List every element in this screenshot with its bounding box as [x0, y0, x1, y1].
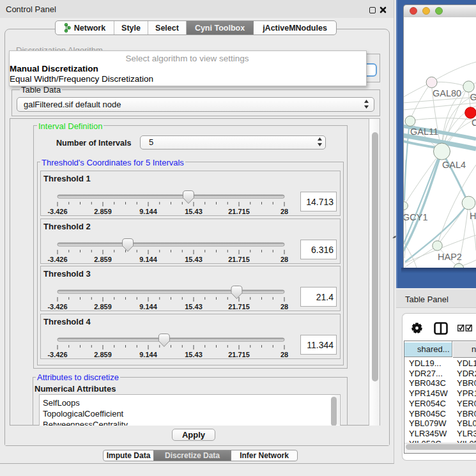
svg-text:2.859: 2.859	[94, 256, 112, 263]
svg-text:-3.426: -3.426	[47, 351, 67, 358]
svg-text:CR: CR	[472, 118, 476, 128]
svg-text:9.144: 9.144	[139, 303, 157, 311]
svg-text:GAL4: GAL4	[442, 160, 466, 170]
svg-text:HAP2: HAP2	[438, 252, 462, 262]
svg-text:GAL80: GAL80	[433, 88, 461, 98]
svg-text:28: 28	[280, 351, 288, 358]
svg-text:21.715: 21.715	[228, 303, 250, 311]
svg-text:15.43: 15.43	[185, 303, 203, 311]
svg-text:-3.426: -3.426	[47, 303, 67, 311]
svg-text:2.859: 2.859	[94, 351, 112, 358]
svg-text:28: 28	[280, 208, 288, 215]
svg-text:GCY1: GCY1	[403, 212, 428, 222]
svg-text:-3.426: -3.426	[47, 256, 67, 263]
svg-text:28: 28	[280, 256, 288, 263]
svg-text:9.144: 9.144	[139, 256, 157, 263]
svg-text:HI: HI	[470, 211, 476, 221]
svg-text:21.715: 21.715	[228, 351, 250, 358]
svg-text:28: 28	[280, 303, 288, 311]
svg-text:15.43: 15.43	[185, 351, 203, 358]
svg-text:21.715: 21.715	[228, 256, 250, 263]
svg-text:GAL8: GAL8	[470, 92, 476, 102]
svg-text:21.715: 21.715	[228, 208, 250, 215]
svg-text:-3.426: -3.426	[47, 208, 67, 215]
svg-text:15.43: 15.43	[185, 256, 203, 263]
svg-text:9.144: 9.144	[139, 208, 157, 215]
svg-text:9.144: 9.144	[139, 351, 157, 358]
svg-text:2.859: 2.859	[94, 208, 112, 215]
svg-text:GAL11: GAL11	[410, 127, 438, 137]
svg-text:15.43: 15.43	[185, 208, 203, 215]
svg-text:2.859: 2.859	[94, 303, 112, 311]
